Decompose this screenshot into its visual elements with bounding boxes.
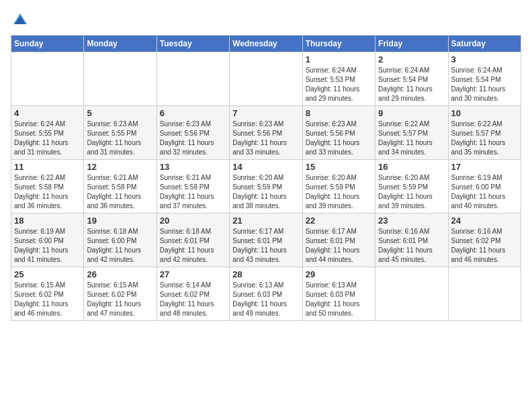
day-info: Sunrise: 6:17 AMSunset: 6:01 PMDaylight:… — [306, 227, 372, 265]
day-number: 28 — [232, 269, 299, 279]
day-number: 2 — [378, 54, 445, 64]
day-number: 5 — [87, 108, 153, 118]
day-number: 21 — [232, 216, 299, 226]
day-number: 19 — [87, 216, 153, 226]
calendar-cell: 7Sunrise: 6:23 AMSunset: 5:56 PMDaylight… — [230, 106, 302, 160]
day-number: 1 — [306, 54, 372, 64]
day-info: Sunrise: 6:20 AMSunset: 5:59 PMDaylight:… — [232, 173, 299, 211]
calendar-cell: 27Sunrise: 6:14 AMSunset: 6:02 PMDayligh… — [157, 267, 229, 321]
day-info: Sunrise: 6:16 AMSunset: 6:01 PMDaylight:… — [378, 227, 445, 265]
day-info: Sunrise: 6:24 AMSunset: 5:54 PMDaylight:… — [378, 66, 445, 103]
calendar-cell: 19Sunrise: 6:18 AMSunset: 6:00 PMDayligh… — [84, 214, 157, 267]
calendar-cell: 24Sunrise: 6:16 AMSunset: 6:02 PMDayligh… — [448, 214, 521, 267]
logo-icon — [11, 11, 30, 30]
day-number: 27 — [160, 269, 226, 279]
day-info: Sunrise: 6:22 AMSunset: 5:57 PMDaylight:… — [378, 120, 445, 157]
header-thursday: Thursday — [302, 36, 375, 52]
header-friday: Friday — [375, 36, 448, 52]
day-info: Sunrise: 6:15 AMSunset: 6:02 PMDaylight:… — [14, 281, 81, 318]
day-number: 25 — [14, 269, 81, 279]
week-row-2: 4Sunrise: 6:24 AMSunset: 5:55 PMDaylight… — [11, 106, 521, 160]
calendar-cell: 12Sunrise: 6:21 AMSunset: 5:58 PMDayligh… — [84, 160, 157, 214]
day-number: 24 — [451, 216, 518, 226]
header-saturday: Saturday — [448, 36, 521, 52]
week-row-1: 1Sunrise: 6:24 AMSunset: 5:53 PMDaylight… — [11, 52, 521, 106]
day-number: 8 — [306, 108, 372, 118]
calendar-cell: 13Sunrise: 6:21 AMSunset: 5:58 PMDayligh… — [157, 160, 229, 214]
logo — [11, 11, 32, 30]
calendar-cell: 9Sunrise: 6:22 AMSunset: 5:57 PMDaylight… — [375, 106, 448, 160]
day-number: 11 — [14, 162, 81, 172]
day-number: 7 — [232, 108, 299, 118]
day-info: Sunrise: 6:13 AMSunset: 6:03 PMDaylight:… — [306, 281, 372, 318]
week-row-3: 11Sunrise: 6:22 AMSunset: 5:58 PMDayligh… — [11, 160, 521, 214]
calendar-cell: 11Sunrise: 6:22 AMSunset: 5:58 PMDayligh… — [11, 160, 84, 214]
day-number: 6 — [160, 108, 226, 118]
calendar-header-row: SundayMondayTuesdayWednesdayThursdayFrid… — [11, 36, 521, 52]
calendar-cell: 16Sunrise: 6:20 AMSunset: 5:59 PMDayligh… — [375, 160, 448, 214]
day-number: 14 — [232, 162, 299, 172]
day-number: 9 — [378, 108, 445, 118]
calendar-cell: 14Sunrise: 6:20 AMSunset: 5:59 PMDayligh… — [230, 160, 302, 214]
calendar-cell: 15Sunrise: 6:20 AMSunset: 5:59 PMDayligh… — [302, 160, 375, 214]
week-row-5: 25Sunrise: 6:15 AMSunset: 6:02 PMDayligh… — [11, 267, 521, 321]
calendar-cell: 26Sunrise: 6:15 AMSunset: 6:02 PMDayligh… — [84, 267, 157, 321]
day-info: Sunrise: 6:23 AMSunset: 5:55 PMDaylight:… — [87, 120, 153, 157]
day-info: Sunrise: 6:19 AMSunset: 6:00 PMDaylight:… — [451, 173, 518, 211]
day-number: 29 — [306, 269, 372, 279]
day-info: Sunrise: 6:17 AMSunset: 6:01 PMDaylight:… — [232, 227, 299, 265]
calendar-cell: 23Sunrise: 6:16 AMSunset: 6:01 PMDayligh… — [375, 214, 448, 267]
day-number: 4 — [14, 108, 81, 118]
calendar-cell: 5Sunrise: 6:23 AMSunset: 5:55 PMDaylight… — [84, 106, 157, 160]
calendar-cell — [448, 267, 521, 321]
calendar-cell: 3Sunrise: 6:24 AMSunset: 5:54 PMDaylight… — [448, 52, 521, 106]
calendar-cell — [84, 52, 157, 106]
day-info: Sunrise: 6:23 AMSunset: 5:56 PMDaylight:… — [306, 120, 372, 157]
day-info: Sunrise: 6:16 AMSunset: 6:02 PMDaylight:… — [451, 227, 518, 265]
day-info: Sunrise: 6:22 AMSunset: 5:57 PMDaylight:… — [451, 120, 518, 157]
calendar-cell: 20Sunrise: 6:18 AMSunset: 6:01 PMDayligh… — [157, 214, 229, 267]
day-number: 18 — [14, 216, 81, 226]
day-number: 13 — [160, 162, 226, 172]
day-info: Sunrise: 6:19 AMSunset: 6:00 PMDaylight:… — [14, 227, 81, 265]
calendar-cell — [157, 52, 229, 106]
day-number: 23 — [378, 216, 445, 226]
calendar-cell: 2Sunrise: 6:24 AMSunset: 5:54 PMDaylight… — [375, 52, 448, 106]
header-sunday: Sunday — [11, 36, 84, 52]
calendar-cell — [375, 267, 448, 321]
day-number: 15 — [306, 162, 372, 172]
header-monday: Monday — [84, 36, 157, 52]
day-number: 26 — [87, 269, 153, 279]
calendar-cell: 28Sunrise: 6:13 AMSunset: 6:03 PMDayligh… — [230, 267, 302, 321]
week-row-4: 18Sunrise: 6:19 AMSunset: 6:00 PMDayligh… — [11, 214, 521, 267]
calendar-cell: 29Sunrise: 6:13 AMSunset: 6:03 PMDayligh… — [302, 267, 375, 321]
calendar-cell: 17Sunrise: 6:19 AMSunset: 6:00 PMDayligh… — [448, 160, 521, 214]
day-info: Sunrise: 6:14 AMSunset: 6:02 PMDaylight:… — [160, 281, 226, 318]
calendar-cell — [11, 52, 84, 106]
day-info: Sunrise: 6:24 AMSunset: 5:53 PMDaylight:… — [306, 66, 372, 103]
day-info: Sunrise: 6:24 AMSunset: 5:54 PMDaylight:… — [451, 66, 518, 103]
page: SundayMondayTuesdayWednesdayThursdayFrid… — [0, 0, 532, 411]
calendar-cell: 10Sunrise: 6:22 AMSunset: 5:57 PMDayligh… — [448, 106, 521, 160]
day-number: 20 — [160, 216, 226, 226]
day-info: Sunrise: 6:23 AMSunset: 5:56 PMDaylight:… — [232, 120, 299, 157]
day-number: 10 — [451, 108, 518, 118]
day-info: Sunrise: 6:18 AMSunset: 6:01 PMDaylight:… — [160, 227, 226, 265]
calendar-cell: 8Sunrise: 6:23 AMSunset: 5:56 PMDaylight… — [302, 106, 375, 160]
day-number: 12 — [87, 162, 153, 172]
day-info: Sunrise: 6:21 AMSunset: 5:58 PMDaylight:… — [160, 173, 226, 211]
day-info: Sunrise: 6:20 AMSunset: 5:59 PMDaylight:… — [306, 173, 372, 211]
calendar-cell — [230, 52, 302, 106]
day-number: 3 — [451, 54, 518, 64]
calendar-cell: 18Sunrise: 6:19 AMSunset: 6:00 PMDayligh… — [11, 214, 84, 267]
header — [11, 11, 521, 30]
header-wednesday: Wednesday — [230, 36, 302, 52]
day-info: Sunrise: 6:13 AMSunset: 6:03 PMDaylight:… — [232, 281, 299, 318]
day-info: Sunrise: 6:24 AMSunset: 5:55 PMDaylight:… — [14, 120, 81, 157]
day-info: Sunrise: 6:23 AMSunset: 5:56 PMDaylight:… — [160, 120, 226, 157]
calendar: SundayMondayTuesdayWednesdayThursdayFrid… — [11, 35, 521, 321]
calendar-cell: 1Sunrise: 6:24 AMSunset: 5:53 PMDaylight… — [302, 52, 375, 106]
day-info: Sunrise: 6:20 AMSunset: 5:59 PMDaylight:… — [378, 173, 445, 211]
calendar-cell: 4Sunrise: 6:24 AMSunset: 5:55 PMDaylight… — [11, 106, 84, 160]
day-info: Sunrise: 6:22 AMSunset: 5:58 PMDaylight:… — [14, 173, 81, 211]
